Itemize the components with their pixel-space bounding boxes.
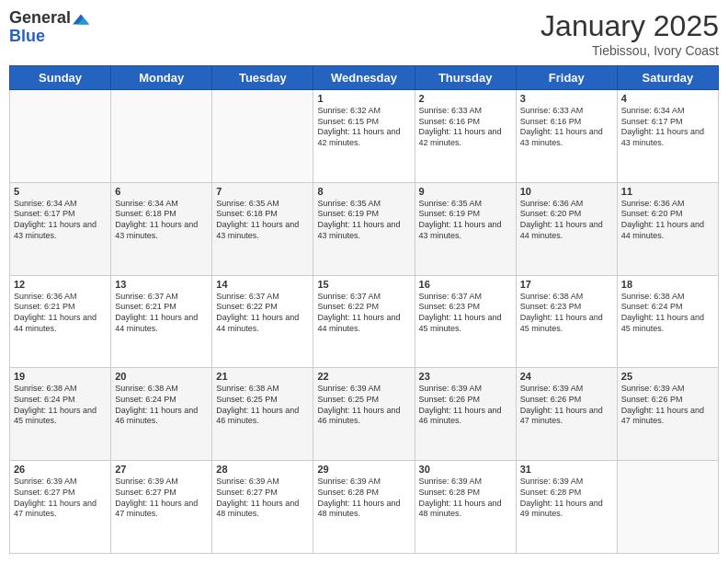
day-info: Daylight: 11 hours and 47 minutes. [621, 406, 714, 427]
day-info: Sunset: 6:24 PM [621, 302, 714, 313]
day-info: Sunrise: 6:39 AM [621, 384, 714, 395]
day-info: Daylight: 11 hours and 42 minutes. [419, 127, 512, 148]
day-info: Sunrise: 6:37 AM [216, 292, 309, 303]
calendar-cell: 10Sunrise: 6:36 AMSunset: 6:20 PMDayligh… [516, 182, 617, 275]
day-info: Sunrise: 6:34 AM [115, 199, 208, 210]
day-info: Daylight: 11 hours and 44 minutes. [115, 313, 208, 334]
day-info: Sunrise: 6:33 AM [520, 106, 613, 117]
day-info: Sunrise: 6:39 AM [520, 384, 613, 395]
day-info: Sunset: 6:18 PM [216, 209, 309, 220]
calendar-cell [617, 461, 718, 554]
day-info: Daylight: 11 hours and 44 minutes. [520, 220, 613, 241]
day-number: 16 [419, 279, 512, 290]
day-info: Sunset: 6:22 PM [216, 302, 309, 313]
day-info: Daylight: 11 hours and 48 minutes. [317, 499, 410, 520]
week-row-4: 19Sunrise: 6:38 AMSunset: 6:24 PMDayligh… [10, 368, 719, 461]
day-info: Sunset: 6:21 PM [14, 302, 107, 313]
day-number: 5 [14, 186, 107, 197]
day-number: 22 [317, 371, 410, 382]
day-info: Daylight: 11 hours and 43 minutes. [216, 220, 309, 241]
day-info: Sunset: 6:28 PM [419, 488, 512, 499]
day-info: Sunset: 6:19 PM [317, 209, 410, 220]
day-info: Sunrise: 6:34 AM [621, 106, 714, 117]
day-info: Sunrise: 6:33 AM [419, 106, 512, 117]
calendar-cell: 30Sunrise: 6:39 AMSunset: 6:28 PMDayligh… [415, 461, 516, 554]
day-info: Daylight: 11 hours and 46 minutes. [216, 406, 309, 427]
location-title: Tiebissou, Ivory Coast [540, 43, 719, 58]
day-info: Daylight: 11 hours and 44 minutes. [216, 313, 309, 334]
day-number: 17 [520, 279, 613, 290]
day-number: 11 [621, 186, 714, 197]
day-info: Sunrise: 6:35 AM [419, 199, 512, 210]
calendar-cell [10, 90, 111, 183]
day-header-monday: Monday [111, 66, 212, 90]
day-info: Daylight: 11 hours and 44 minutes. [317, 313, 410, 334]
day-info: Daylight: 11 hours and 45 minutes. [14, 406, 107, 427]
day-info: Sunrise: 6:37 AM [317, 292, 410, 303]
day-header-friday: Friday [516, 66, 617, 90]
day-number: 2 [419, 93, 512, 104]
day-number: 28 [216, 464, 309, 475]
calendar-cell: 11Sunrise: 6:36 AMSunset: 6:20 PMDayligh… [617, 182, 718, 275]
day-info: Sunset: 6:26 PM [621, 395, 714, 406]
calendar-cell: 14Sunrise: 6:37 AMSunset: 6:22 PMDayligh… [212, 275, 313, 368]
day-number: 9 [419, 186, 512, 197]
title-block: January 2025 Tiebissou, Ivory Coast [540, 9, 719, 58]
day-info: Sunset: 6:26 PM [520, 395, 613, 406]
day-number: 3 [520, 93, 613, 104]
day-number: 27 [115, 464, 208, 475]
day-info: Sunrise: 6:39 AM [317, 384, 410, 395]
day-info: Daylight: 11 hours and 43 minutes. [621, 127, 714, 148]
week-row-5: 26Sunrise: 6:39 AMSunset: 6:27 PMDayligh… [10, 461, 719, 554]
day-info: Daylight: 11 hours and 43 minutes. [14, 220, 107, 241]
day-info: Sunset: 6:18 PM [115, 209, 208, 220]
day-number: 14 [216, 279, 309, 290]
day-info: Sunset: 6:23 PM [520, 302, 613, 313]
day-info: Sunrise: 6:36 AM [14, 292, 107, 303]
day-number: 18 [621, 279, 714, 290]
calendar-cell: 25Sunrise: 6:39 AMSunset: 6:26 PMDayligh… [617, 368, 718, 461]
day-number: 21 [216, 371, 309, 382]
day-info: Daylight: 11 hours and 43 minutes. [115, 220, 208, 241]
day-info: Sunset: 6:25 PM [216, 395, 309, 406]
day-info: Sunset: 6:24 PM [14, 395, 107, 406]
day-info: Daylight: 11 hours and 44 minutes. [14, 313, 107, 334]
day-number: 31 [520, 464, 613, 475]
week-row-1: 1Sunrise: 6:32 AMSunset: 6:15 PMDaylight… [10, 90, 719, 183]
calendar-cell: 3Sunrise: 6:33 AMSunset: 6:16 PMDaylight… [516, 90, 617, 183]
day-info: Sunrise: 6:34 AM [14, 199, 107, 210]
day-info: Sunset: 6:28 PM [317, 488, 410, 499]
day-info: Sunset: 6:17 PM [14, 209, 107, 220]
day-header-thursday: Thursday [415, 66, 516, 90]
day-number: 25 [621, 371, 714, 382]
day-info: Sunrise: 6:39 AM [14, 477, 107, 488]
day-info: Sunset: 6:21 PM [115, 302, 208, 313]
day-info: Daylight: 11 hours and 45 minutes. [520, 313, 613, 334]
calendar-cell: 4Sunrise: 6:34 AMSunset: 6:17 PMDaylight… [617, 90, 718, 183]
header: General Blue January 2025 Tiebissou, Ivo… [9, 9, 719, 58]
day-info: Daylight: 11 hours and 46 minutes. [419, 406, 512, 427]
day-header-sunday: Sunday [10, 66, 111, 90]
calendar-cell: 28Sunrise: 6:39 AMSunset: 6:27 PMDayligh… [212, 461, 313, 554]
day-info: Sunrise: 6:38 AM [14, 384, 107, 395]
day-info: Sunset: 6:16 PM [419, 117, 512, 128]
day-info: Daylight: 11 hours and 45 minutes. [419, 313, 512, 334]
day-info: Sunset: 6:26 PM [419, 395, 512, 406]
calendar-cell: 5Sunrise: 6:34 AMSunset: 6:17 PMDaylight… [10, 182, 111, 275]
day-info: Daylight: 11 hours and 48 minutes. [216, 499, 309, 520]
calendar-cell: 2Sunrise: 6:33 AMSunset: 6:16 PMDaylight… [415, 90, 516, 183]
calendar-cell: 6Sunrise: 6:34 AMSunset: 6:18 PMDaylight… [111, 182, 212, 275]
calendar-cell [111, 90, 212, 183]
calendar-cell: 12Sunrise: 6:36 AMSunset: 6:21 PMDayligh… [10, 275, 111, 368]
page: General Blue January 2025 Tiebissou, Ivo… [0, 0, 728, 563]
day-info: Sunrise: 6:32 AM [317, 106, 410, 117]
day-number: 4 [621, 93, 714, 104]
calendar-cell: 23Sunrise: 6:39 AMSunset: 6:26 PMDayligh… [415, 368, 516, 461]
day-number: 13 [115, 279, 208, 290]
day-number: 19 [14, 371, 107, 382]
day-number: 23 [419, 371, 512, 382]
day-info: Sunrise: 6:38 AM [621, 292, 714, 303]
day-info: Sunrise: 6:39 AM [419, 477, 512, 488]
day-info: Daylight: 11 hours and 42 minutes. [317, 127, 410, 148]
day-info: Sunrise: 6:39 AM [419, 384, 512, 395]
